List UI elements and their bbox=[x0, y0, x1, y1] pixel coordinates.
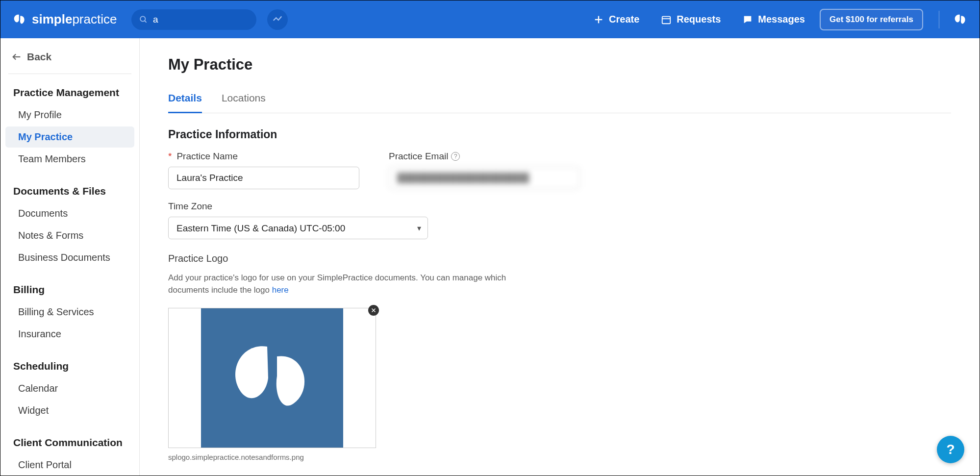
global-search[interactable] bbox=[131, 9, 256, 30]
svg-point-0 bbox=[141, 16, 146, 21]
search-icon bbox=[139, 15, 148, 25]
butterfly-icon bbox=[12, 12, 27, 27]
practice-email-field: Practice Email ? bbox=[389, 151, 580, 189]
nav-requests[interactable]: Requests bbox=[654, 14, 728, 25]
section-heading: Practice Information bbox=[168, 128, 951, 141]
brand-strong: simple bbox=[32, 12, 72, 26]
sidebar-item-calendar[interactable]: Calendar bbox=[5, 378, 134, 399]
sidebar-item-client-portal[interactable]: Client Portal bbox=[5, 454, 134, 476]
chart-icon bbox=[272, 14, 283, 25]
practice-email-label: Practice Email bbox=[389, 151, 448, 162]
sidebar-item-my-practice[interactable]: My Practice bbox=[5, 126, 134, 148]
tabs: DetailsLocations bbox=[168, 87, 951, 113]
sidebar-group-title: Client Communication bbox=[0, 434, 139, 453]
practice-email-input[interactable] bbox=[389, 167, 580, 189]
sidebar-item-insurance[interactable]: Insurance bbox=[5, 324, 134, 345]
logo-manage-link[interactable]: here bbox=[272, 285, 289, 295]
logo-image bbox=[201, 308, 343, 448]
tab-details[interactable]: Details bbox=[168, 87, 202, 113]
logo-label: Practice Logo bbox=[168, 253, 951, 264]
practice-name-field: * Practice Name bbox=[168, 151, 359, 189]
practice-name-label: Practice Name bbox=[176, 151, 238, 162]
logo-description: Add your practice's logo for use on your… bbox=[168, 272, 541, 296]
back-link[interactable]: Back bbox=[0, 48, 139, 74]
sidebar-group-title: Documents & Files bbox=[0, 182, 139, 202]
search-input[interactable] bbox=[153, 14, 249, 25]
nav-messages[interactable]: Messages bbox=[735, 14, 812, 25]
sidebar-divider bbox=[8, 74, 131, 74]
sidebar-group-title: Scheduling bbox=[0, 357, 139, 377]
remove-logo-button[interactable] bbox=[368, 305, 379, 316]
timezone-field: Time Zone Eastern Time (US & Canada) UTC… bbox=[168, 201, 951, 239]
brand-light: practice bbox=[72, 12, 117, 26]
sidebar-item-business-documents[interactable]: Business Documents bbox=[5, 247, 134, 268]
topbar: simplepractice Create Requests Messages … bbox=[0, 0, 980, 38]
required-asterisk: * bbox=[168, 151, 172, 162]
svg-rect-4 bbox=[662, 16, 671, 24]
sidebar-group-title: Billing bbox=[0, 281, 139, 301]
back-label: Back bbox=[27, 51, 51, 63]
nav-create[interactable]: Create bbox=[586, 14, 646, 25]
page-title: My Practice bbox=[168, 56, 951, 74]
sidebar-item-notes-forms[interactable]: Notes & Forms bbox=[5, 225, 134, 246]
nav-messages-label: Messages bbox=[758, 14, 805, 25]
timezone-label: Time Zone bbox=[168, 201, 951, 212]
arrow-left-icon bbox=[11, 51, 22, 62]
sidebar-item-billing-services[interactable]: Billing & Services bbox=[5, 301, 134, 323]
sidebar-item-team-members[interactable]: Team Members bbox=[5, 149, 134, 170]
nav-requests-label: Requests bbox=[677, 14, 721, 25]
settings-sidebar: Back Practice ManagementMy ProfileMy Pra… bbox=[0, 38, 140, 476]
svg-line-1 bbox=[145, 21, 147, 23]
tab-locations[interactable]: Locations bbox=[222, 87, 266, 113]
calendar-icon bbox=[661, 14, 672, 25]
logo-filename: splogo.simplepractice.notesandforms.png bbox=[168, 453, 951, 461]
sidebar-item-widget[interactable]: Widget bbox=[5, 400, 134, 421]
timezone-select[interactable]: Eastern Time (US & Canada) UTC-05:00 bbox=[168, 217, 428, 239]
analytics-button[interactable] bbox=[267, 9, 288, 30]
butterfly-icon bbox=[223, 339, 321, 417]
main-content: My Practice DetailsLocations Practice In… bbox=[140, 38, 980, 476]
sidebar-item-documents[interactable]: Documents bbox=[5, 203, 134, 224]
logo-preview bbox=[168, 308, 376, 448]
logo-field: Practice Logo Add your practice's logo f… bbox=[168, 253, 951, 461]
practice-name-input[interactable] bbox=[168, 167, 359, 189]
plus-icon bbox=[593, 14, 604, 25]
chat-icon bbox=[742, 14, 753, 25]
nav-create-label: Create bbox=[609, 14, 639, 25]
close-icon bbox=[371, 307, 377, 313]
help-fab[interactable]: ? bbox=[937, 436, 964, 463]
referral-button[interactable]: Get $100 for referrals bbox=[820, 9, 923, 30]
brand-logo[interactable]: simplepractice bbox=[12, 12, 117, 27]
help-icon[interactable]: ? bbox=[451, 152, 460, 161]
sidebar-group-title: Practice Management bbox=[0, 84, 139, 103]
sidebar-item-my-profile[interactable]: My Profile bbox=[5, 104, 134, 125]
topbar-divider bbox=[939, 11, 939, 28]
account-butterfly-icon[interactable] bbox=[953, 12, 968, 27]
